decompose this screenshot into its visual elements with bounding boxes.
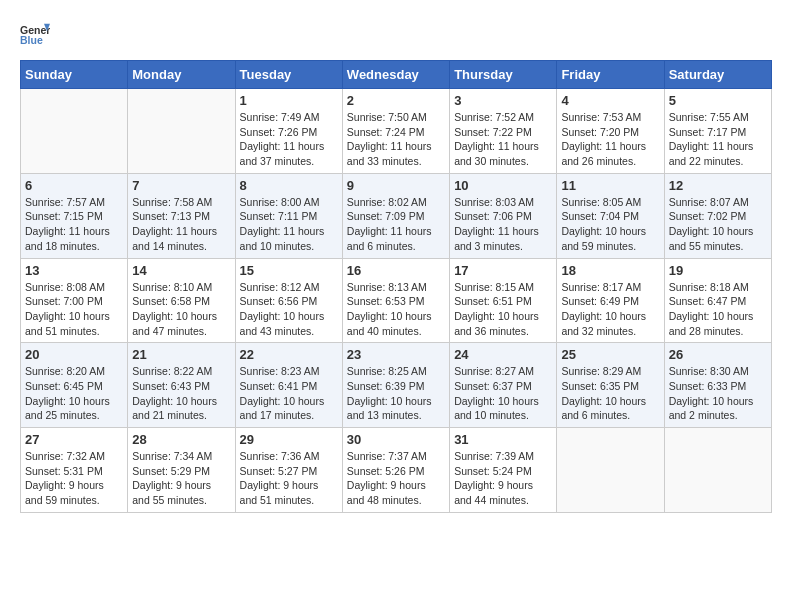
cell-content: Sunrise: 8:22 AM Sunset: 6:43 PM Dayligh… [132, 364, 230, 423]
sunrise-text: Sunrise: 8:02 AM [347, 196, 427, 208]
cell-content: Sunrise: 8:20 AM Sunset: 6:45 PM Dayligh… [25, 364, 123, 423]
sunrise-text: Sunrise: 7:50 AM [347, 111, 427, 123]
day-number: 29 [240, 432, 338, 447]
sunset-text: Sunset: 5:29 PM [132, 465, 210, 477]
sunrise-text: Sunrise: 7:32 AM [25, 450, 105, 462]
cell-content: Sunrise: 7:36 AM Sunset: 5:27 PM Dayligh… [240, 449, 338, 508]
sunrise-text: Sunrise: 8:18 AM [669, 281, 749, 293]
calendar-cell: 23 Sunrise: 8:25 AM Sunset: 6:39 PM Dayl… [342, 343, 449, 428]
sunrise-text: Sunrise: 7:55 AM [669, 111, 749, 123]
calendar-cell: 13 Sunrise: 8:08 AM Sunset: 7:00 PM Dayl… [21, 258, 128, 343]
cell-content: Sunrise: 7:50 AM Sunset: 7:24 PM Dayligh… [347, 110, 445, 169]
sunrise-text: Sunrise: 7:49 AM [240, 111, 320, 123]
cell-content: Sunrise: 8:18 AM Sunset: 6:47 PM Dayligh… [669, 280, 767, 339]
day-number: 28 [132, 432, 230, 447]
cell-content: Sunrise: 8:05 AM Sunset: 7:04 PM Dayligh… [561, 195, 659, 254]
sunset-text: Sunset: 6:45 PM [25, 380, 103, 392]
sunset-text: Sunset: 6:39 PM [347, 380, 425, 392]
day-number: 2 [347, 93, 445, 108]
calendar-cell: 1 Sunrise: 7:49 AM Sunset: 7:26 PM Dayli… [235, 89, 342, 174]
calendar-cell: 21 Sunrise: 8:22 AM Sunset: 6:43 PM Dayl… [128, 343, 235, 428]
sunset-text: Sunset: 6:56 PM [240, 295, 318, 307]
day-number: 1 [240, 93, 338, 108]
calendar-cell: 6 Sunrise: 7:57 AM Sunset: 7:15 PM Dayli… [21, 173, 128, 258]
calendar-cell [557, 428, 664, 513]
day-number: 15 [240, 263, 338, 278]
day-number: 12 [669, 178, 767, 193]
daylight-text: Daylight: 11 hours and 10 minutes. [240, 225, 325, 252]
daylight-text: Daylight: 11 hours and 14 minutes. [132, 225, 217, 252]
sunset-text: Sunset: 7:00 PM [25, 295, 103, 307]
sunrise-text: Sunrise: 8:05 AM [561, 196, 641, 208]
daylight-text: Daylight: 11 hours and 37 minutes. [240, 140, 325, 167]
daylight-text: Daylight: 11 hours and 33 minutes. [347, 140, 432, 167]
day-header-wednesday: Wednesday [342, 61, 449, 89]
daylight-text: Daylight: 10 hours and 47 minutes. [132, 310, 217, 337]
daylight-text: Daylight: 10 hours and 17 minutes. [240, 395, 325, 422]
calendar-cell: 16 Sunrise: 8:13 AM Sunset: 6:53 PM Dayl… [342, 258, 449, 343]
cell-content: Sunrise: 7:53 AM Sunset: 7:20 PM Dayligh… [561, 110, 659, 169]
daylight-text: Daylight: 10 hours and 28 minutes. [669, 310, 754, 337]
sunrise-text: Sunrise: 7:58 AM [132, 196, 212, 208]
daylight-text: Daylight: 10 hours and 21 minutes. [132, 395, 217, 422]
sunrise-text: Sunrise: 8:15 AM [454, 281, 534, 293]
cell-content: Sunrise: 7:57 AM Sunset: 7:15 PM Dayligh… [25, 195, 123, 254]
daylight-text: Daylight: 9 hours and 55 minutes. [132, 479, 211, 506]
calendar-cell: 17 Sunrise: 8:15 AM Sunset: 6:51 PM Dayl… [450, 258, 557, 343]
day-header-saturday: Saturday [664, 61, 771, 89]
sunset-text: Sunset: 6:47 PM [669, 295, 747, 307]
sunrise-text: Sunrise: 7:37 AM [347, 450, 427, 462]
sunrise-text: Sunrise: 7:39 AM [454, 450, 534, 462]
sunset-text: Sunset: 6:35 PM [561, 380, 639, 392]
calendar-cell: 10 Sunrise: 8:03 AM Sunset: 7:06 PM Dayl… [450, 173, 557, 258]
calendar-cell: 14 Sunrise: 8:10 AM Sunset: 6:58 PM Dayl… [128, 258, 235, 343]
sunrise-text: Sunrise: 8:29 AM [561, 365, 641, 377]
daylight-text: Daylight: 10 hours and 2 minutes. [669, 395, 754, 422]
daylight-text: Daylight: 11 hours and 26 minutes. [561, 140, 646, 167]
calendar-cell: 8 Sunrise: 8:00 AM Sunset: 7:11 PM Dayli… [235, 173, 342, 258]
sunrise-text: Sunrise: 8:12 AM [240, 281, 320, 293]
day-number: 14 [132, 263, 230, 278]
svg-text:Blue: Blue [20, 34, 43, 46]
cell-content: Sunrise: 8:15 AM Sunset: 6:51 PM Dayligh… [454, 280, 552, 339]
cell-content: Sunrise: 7:55 AM Sunset: 7:17 PM Dayligh… [669, 110, 767, 169]
sunset-text: Sunset: 7:20 PM [561, 126, 639, 138]
sunset-text: Sunset: 7:11 PM [240, 210, 318, 222]
sunset-text: Sunset: 6:49 PM [561, 295, 639, 307]
calendar-cell: 30 Sunrise: 7:37 AM Sunset: 5:26 PM Dayl… [342, 428, 449, 513]
cell-content: Sunrise: 8:13 AM Sunset: 6:53 PM Dayligh… [347, 280, 445, 339]
cell-content: Sunrise: 7:34 AM Sunset: 5:29 PM Dayligh… [132, 449, 230, 508]
day-number: 16 [347, 263, 445, 278]
sunrise-text: Sunrise: 8:03 AM [454, 196, 534, 208]
calendar-cell [21, 89, 128, 174]
cell-content: Sunrise: 7:37 AM Sunset: 5:26 PM Dayligh… [347, 449, 445, 508]
sunset-text: Sunset: 7:17 PM [669, 126, 747, 138]
daylight-text: Daylight: 9 hours and 48 minutes. [347, 479, 426, 506]
daylight-text: Daylight: 10 hours and 43 minutes. [240, 310, 325, 337]
logo-icon: General Blue [20, 20, 50, 50]
day-number: 17 [454, 263, 552, 278]
daylight-text: Daylight: 11 hours and 6 minutes. [347, 225, 432, 252]
daylight-text: Daylight: 10 hours and 13 minutes. [347, 395, 432, 422]
calendar-cell: 7 Sunrise: 7:58 AM Sunset: 7:13 PM Dayli… [128, 173, 235, 258]
daylight-text: Daylight: 10 hours and 10 minutes. [454, 395, 539, 422]
calendar-week-row: 27 Sunrise: 7:32 AM Sunset: 5:31 PM Dayl… [21, 428, 772, 513]
calendar-cell: 25 Sunrise: 8:29 AM Sunset: 6:35 PM Dayl… [557, 343, 664, 428]
sunset-text: Sunset: 5:27 PM [240, 465, 318, 477]
day-number: 13 [25, 263, 123, 278]
calendar-cell: 19 Sunrise: 8:18 AM Sunset: 6:47 PM Dayl… [664, 258, 771, 343]
day-number: 11 [561, 178, 659, 193]
calendar-cell: 28 Sunrise: 7:34 AM Sunset: 5:29 PM Dayl… [128, 428, 235, 513]
calendar-cell: 4 Sunrise: 7:53 AM Sunset: 7:20 PM Dayli… [557, 89, 664, 174]
sunset-text: Sunset: 7:09 PM [347, 210, 425, 222]
day-number: 30 [347, 432, 445, 447]
day-header-monday: Monday [128, 61, 235, 89]
day-header-thursday: Thursday [450, 61, 557, 89]
cell-content: Sunrise: 8:00 AM Sunset: 7:11 PM Dayligh… [240, 195, 338, 254]
sunset-text: Sunset: 7:22 PM [454, 126, 532, 138]
calendar-cell: 26 Sunrise: 8:30 AM Sunset: 6:33 PM Dayl… [664, 343, 771, 428]
sunrise-text: Sunrise: 7:53 AM [561, 111, 641, 123]
sunrise-text: Sunrise: 7:36 AM [240, 450, 320, 462]
day-number: 26 [669, 347, 767, 362]
sunset-text: Sunset: 6:33 PM [669, 380, 747, 392]
